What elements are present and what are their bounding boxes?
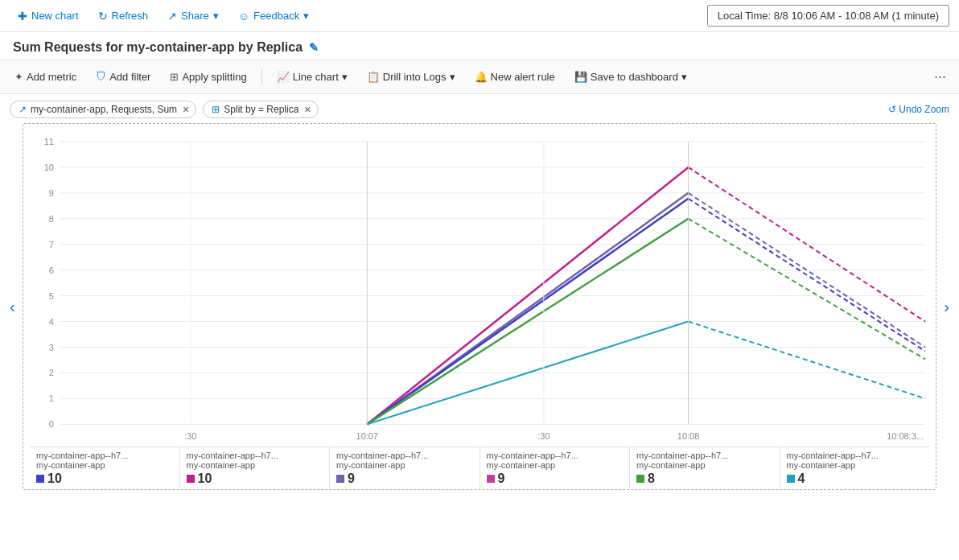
alert-icon: 🔔 (475, 71, 488, 83)
svg-text::30: :30 (184, 431, 196, 441)
legend-item-4: my-container-app--h7... my-container-app… (630, 447, 780, 489)
legend-item-0: my-container-app--h7... my-container-app… (30, 447, 180, 489)
new-alert-rule-button[interactable]: 🔔 New alert rule (467, 68, 563, 86)
chart-wrapper: 11 10 9 8 7 6 5 4 3 2 1 0 (23, 123, 936, 490)
svg-text:3: 3 (49, 343, 54, 352)
feedback-chevron-icon: ▾ (303, 10, 309, 22)
svg-text:9: 9 (49, 188, 54, 198)
new-chart-button[interactable]: ✚ New chart (10, 6, 87, 27)
svg-text:10:08: 10:08 (677, 431, 699, 441)
add-filter-button[interactable]: ⛉ Add filter (88, 68, 158, 86)
more-options-button[interactable]: ··· (928, 65, 953, 89)
svg-line-38 (689, 322, 925, 399)
split-tag-icon: ⊞ (212, 104, 220, 115)
share-icon: ↗ (167, 10, 177, 23)
svg-line-33 (367, 199, 688, 424)
svg-text:6: 6 (49, 266, 54, 275)
legend-item-5: my-container-app--h7... my-container-app… (780, 447, 930, 489)
svg-text:10:07: 10:07 (356, 431, 378, 441)
metric-tag-remove[interactable]: × (183, 104, 189, 115)
nav-arrow-left[interactable]: ‹ (10, 298, 15, 316)
legend-color-1 (187, 475, 195, 483)
legend-item-1: my-container-app--h7... my-container-app… (180, 447, 331, 489)
legend-item-3: my-container-app--h7... my-container-app… (480, 447, 631, 489)
legend-item-2: my-container-app--h7... my-container-app… (330, 447, 480, 489)
filter-icon: ⛉ (96, 71, 106, 83)
svg-text:1: 1 (49, 393, 54, 403)
plus-icon: ✚ (18, 10, 27, 23)
save-icon: 💾 (574, 71, 587, 83)
legend-color-2 (336, 475, 344, 483)
svg-text:2: 2 (49, 368, 54, 377)
nav-arrow-right[interactable]: › (944, 298, 949, 316)
metric-filter-tag: ↗ my-container-app, Requests, Sum × (10, 101, 196, 118)
svg-text:8: 8 (49, 214, 54, 224)
feedback-button[interactable]: ☺ Feedback ▾ (230, 6, 317, 27)
svg-text:7: 7 (49, 240, 54, 249)
svg-text:0: 0 (49, 419, 54, 429)
svg-text:4: 4 (49, 317, 54, 327)
legend-color-3 (487, 475, 495, 483)
save-chevron: ▾ (681, 71, 687, 83)
refresh-icon: ↻ (98, 10, 108, 23)
drill-into-logs-button[interactable]: 📋 Drill into Logs ▾ (359, 68, 463, 86)
feedback-icon: ☺ (238, 10, 249, 23)
split-tag-remove[interactable]: × (304, 104, 311, 115)
splitting-icon: ⊞ (170, 71, 179, 83)
time-range-button[interactable]: Local Time: 8/8 10:06 AM - 10:08 AM (1 m… (707, 5, 949, 27)
line-chart-button[interactable]: 📈 Line chart ▾ (269, 68, 356, 86)
undo-zoom-button[interactable]: ↺ Undo Zoom (888, 104, 949, 115)
chart-container-outer: ‹ 11 10 9 8 7 6 5 4 3 2 1 0 (23, 123, 936, 490)
undo-icon: ↺ (888, 104, 896, 115)
share-button[interactable]: ↗ Share ▾ (159, 6, 227, 27)
add-metric-button[interactable]: ✦ Add metric (6, 68, 84, 86)
legend-color-5 (787, 475, 795, 483)
drill-logs-chevron: ▾ (450, 71, 455, 83)
svg-text::30: :30 (537, 431, 549, 441)
page-title-bar: Sum Requests for my-container-app by Rep… (0, 32, 959, 60)
main-chart-svg: 11 10 9 8 7 6 5 4 3 2 1 0 (30, 130, 929, 443)
drill-logs-icon: 📋 (367, 71, 380, 83)
apply-splitting-button[interactable]: ⊞ Apply splitting (162, 68, 254, 86)
svg-line-34 (689, 199, 925, 352)
svg-text:11: 11 (44, 137, 54, 146)
chart-area: ↗ my-container-app, Requests, Sum × ⊞ Sp… (0, 94, 959, 490)
legend-color-0 (36, 475, 44, 483)
legend-color-4 (636, 475, 644, 483)
filter-tags-row: ↗ my-container-app, Requests, Sum × ⊞ Sp… (10, 101, 949, 118)
legend-area: my-container-app--h7... my-container-app… (30, 447, 929, 489)
toolbar-separator-1 (261, 69, 262, 85)
svg-text:10: 10 (44, 163, 54, 172)
line-chart-icon: 📈 (277, 71, 290, 83)
metric-tag-icon: ↗ (19, 104, 27, 115)
split-filter-tag: ⊞ Split by = Replica × (203, 101, 318, 118)
page-title: Sum Requests for my-container-app by Rep… (13, 40, 303, 55)
metrics-toolbar: ✦ Add metric ⛉ Add filter ⊞ Apply splitt… (0, 60, 959, 94)
line-chart-chevron: ▾ (342, 71, 348, 83)
refresh-button[interactable]: ↻ Refresh (90, 6, 157, 27)
svg-line-36 (689, 219, 925, 360)
svg-text:10:08:3...: 10:08:3... (887, 431, 924, 441)
edit-title-icon[interactable]: ✎ (309, 41, 319, 54)
svg-text:5: 5 (49, 291, 54, 301)
save-dashboard-button[interactable]: 💾 Save to dashboard ▾ (566, 68, 695, 86)
top-toolbar: ✚ New chart ↻ Refresh ↗ Share ▾ ☺ Feedba… (0, 0, 959, 32)
share-chevron-icon: ▾ (213, 10, 219, 22)
add-metric-icon: ✦ (14, 71, 23, 83)
